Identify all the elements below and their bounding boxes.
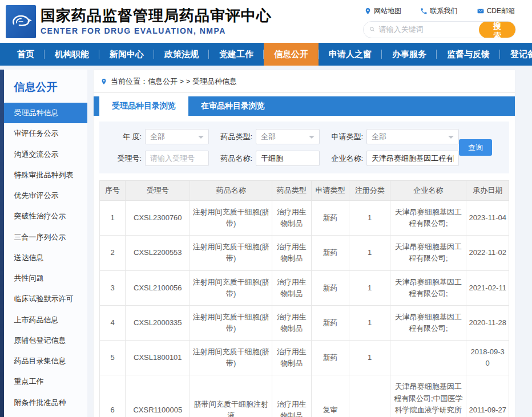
mail-link[interactable]: CDE邮箱 xyxy=(477,6,515,16)
contact-link[interactable]: 联系我们 xyxy=(420,6,457,16)
sidebar-item[interactable]: 共性问题 xyxy=(4,268,87,289)
sitemap-link[interactable]: 网站地图 xyxy=(364,6,401,16)
apply-type-select[interactable]: 全部 xyxy=(366,129,459,144)
table-row: 6CXSR1100005脐带间充质干细胞注射液治疗用生物制品复审天津昂赛细胞基因… xyxy=(100,375,509,417)
table-cell: CXSL1800101 xyxy=(126,341,190,375)
table-cell: CXSL2300760 xyxy=(126,201,190,236)
table-cell: 4 xyxy=(100,305,126,340)
search-bar: 搜索 xyxy=(363,21,516,38)
table-header-row: 序号受理号药品名称药品类型申请类型注册分类企业名称承办日期 xyxy=(100,181,509,201)
sidebar-item[interactable]: 重点工作 xyxy=(4,371,87,392)
table-cell: 注射用间充质干细胞(脐带) xyxy=(190,270,272,305)
search-input[interactable] xyxy=(378,25,479,34)
table-cell: 1 xyxy=(349,236,390,270)
sidebar-item[interactable]: 优先审评公示 xyxy=(4,185,87,206)
column-header: 药品类型 xyxy=(272,181,311,201)
table-cell: 新药 xyxy=(311,305,349,340)
table-cell: 6 xyxy=(100,375,126,417)
table-row: 4CXSL2000335注射用间充质干细胞(脐带)治疗用生物制品新药1天津昂赛细… xyxy=(100,305,509,340)
breadcrumb: 当前位置：信息公开 > > 受理品种信息 xyxy=(94,70,515,93)
sidebar-item[interactable]: 药品目录集信息 xyxy=(4,351,87,371)
mail-label: CDE邮箱 xyxy=(487,6,515,16)
acceptance-no-input[interactable] xyxy=(145,151,209,166)
sidebar-item[interactable]: 特殊审批品种列表 xyxy=(4,165,87,185)
sidebar-item[interactable]: 原辅包登记信息 xyxy=(4,330,87,351)
table-cell: 1 xyxy=(349,305,390,340)
sidebar-item[interactable]: 审评任务公示 xyxy=(4,123,87,144)
table-cell: 脐带间充质干细胞注射液 xyxy=(190,375,272,417)
sidebar-item[interactable]: 临床试验默示许可 xyxy=(4,289,87,309)
table-cell: 新药 xyxy=(311,201,349,236)
column-header: 企业名称 xyxy=(390,181,466,201)
nav-item[interactable]: 登记备案平台 xyxy=(500,43,532,66)
search-button[interactable]: 搜索 xyxy=(479,21,515,38)
nav-item[interactable]: 首页 xyxy=(7,43,45,66)
company-input[interactable] xyxy=(366,151,459,166)
table-cell: 1 xyxy=(100,201,126,236)
sidebar-item[interactable]: 突破性治疗公示 xyxy=(4,206,87,226)
nav-item[interactable]: 信息公开 xyxy=(264,43,319,66)
table-cell: 2018-09-30 xyxy=(466,341,509,375)
column-header: 申请类型 xyxy=(311,181,349,201)
nav-item[interactable]: 办事服务 xyxy=(382,43,437,66)
cde-logo xyxy=(6,5,36,38)
table-cell: 2020-11-28 xyxy=(466,305,509,340)
chevron-down-icon xyxy=(448,136,454,139)
logo-swirl-icon xyxy=(8,9,34,35)
table-cell: 2011-09-27 xyxy=(466,375,509,417)
table-cell: 注射用间充质干细胞(脐带) xyxy=(190,201,272,236)
table-cell: 治疗用生物制品 xyxy=(272,270,311,305)
apply-type-label: 申请类型: xyxy=(323,132,363,142)
tab-under-review-catalog[interactable]: 在审品种目录浏览 xyxy=(188,96,277,116)
left-accent-strip xyxy=(0,70,4,417)
tab-accepted-catalog[interactable]: 受理品种目录浏览 xyxy=(99,96,188,116)
tab-bar: 受理品种目录浏览 在审品种目录浏览 xyxy=(94,96,515,116)
sidebar-item[interactable]: 送达信息 xyxy=(4,248,87,268)
company-label: 企业名称: xyxy=(323,153,363,164)
table-cell: 新药 xyxy=(311,236,349,270)
apply-type-select-value: 全部 xyxy=(372,132,386,142)
column-header: 序号 xyxy=(100,181,126,201)
query-button[interactable]: 查询 xyxy=(459,139,492,156)
table-cell: 2 xyxy=(100,236,126,270)
top-header: 国家药品监督管理局药品审评中心 CENTER FOR DRUG EVALUATI… xyxy=(0,0,532,43)
table-row: 3CXSL2100056注射用间充质干细胞(脐带)治疗用生物制品新药1天津昂赛细… xyxy=(100,270,509,305)
table-cell: 注射用间充质干细胞(脐带) xyxy=(190,305,272,340)
sidebar-item[interactable]: 三合一序列公示 xyxy=(4,227,87,248)
drug-name-label: 药品名称: xyxy=(212,153,252,164)
nav-item[interactable]: 监督与反馈 xyxy=(437,43,500,66)
table-row: 1CXSL2300760注射用间充质干细胞(脐带)治疗用生物制品新药1天津昂赛细… xyxy=(100,201,509,236)
main-card: 当前位置：信息公开 > > 受理品种信息 受理品种目录浏览 在审品种目录浏览 年… xyxy=(93,70,515,417)
table-cell: 2022-11-02 xyxy=(466,236,509,270)
sidebar-item[interactable]: 沟通交流公示 xyxy=(4,144,87,165)
drug-name-input[interactable] xyxy=(256,151,320,166)
sidebar: 信息公开 受理品种信息审评任务公示沟通交流公示特殊审批品种列表优先审评公示突破性… xyxy=(4,70,87,417)
table-cell: 治疗用生物制品 xyxy=(272,236,311,270)
sidebar-menu: 受理品种信息审评任务公示沟通交流公示特殊审批品种列表优先审评公示突破性治疗公示三… xyxy=(4,103,87,413)
table-cell: 1 xyxy=(349,341,390,375)
year-select[interactable]: 全部 xyxy=(145,129,209,144)
table-cell: 治疗用生物制品 xyxy=(272,375,311,417)
table-cell: 2021-02-11 xyxy=(466,270,509,305)
table-cell: 新药 xyxy=(311,341,349,375)
drug-type-label: 药品类型: xyxy=(212,132,252,142)
nav-item[interactable]: 新闻中心 xyxy=(99,43,154,66)
drug-type-select[interactable]: 全部 xyxy=(256,129,320,144)
column-header: 注册分类 xyxy=(349,181,390,201)
search-icon xyxy=(369,25,375,34)
site-subtitle: CENTER FOR DRUG EVALUATION, NMPA xyxy=(41,26,272,35)
header-right: 网站地图 联系我们 CDE邮箱 搜索 xyxy=(363,5,516,38)
sidebar-item[interactable]: 受理品种信息 xyxy=(4,103,87,123)
nav-item[interactable]: 党建工作 xyxy=(209,43,264,66)
column-header: 受理号 xyxy=(126,181,190,201)
table-cell: 天津昂赛细胞基因工程有限公司;中国医学科学院血液学研究所泰达生命科学技术研究中心… xyxy=(390,375,466,417)
nav-item[interactable]: 机构职能 xyxy=(45,43,99,66)
sidebar-item[interactable]: 附条件批准品种 xyxy=(4,392,87,413)
sidebar-title: 信息公开 xyxy=(4,70,87,103)
nav-item[interactable]: 申请人之窗 xyxy=(319,43,382,66)
table-body: 1CXSL2300760注射用间充质干细胞(脐带)治疗用生物制品新药1天津昂赛细… xyxy=(100,201,509,417)
table-cell xyxy=(390,341,466,375)
sidebar-item[interactable]: 上市药品信息 xyxy=(4,310,87,330)
nav-item[interactable]: 政策法规 xyxy=(154,43,209,66)
table-cell: 天津昂赛细胞基因工程有限公司; xyxy=(390,236,466,270)
